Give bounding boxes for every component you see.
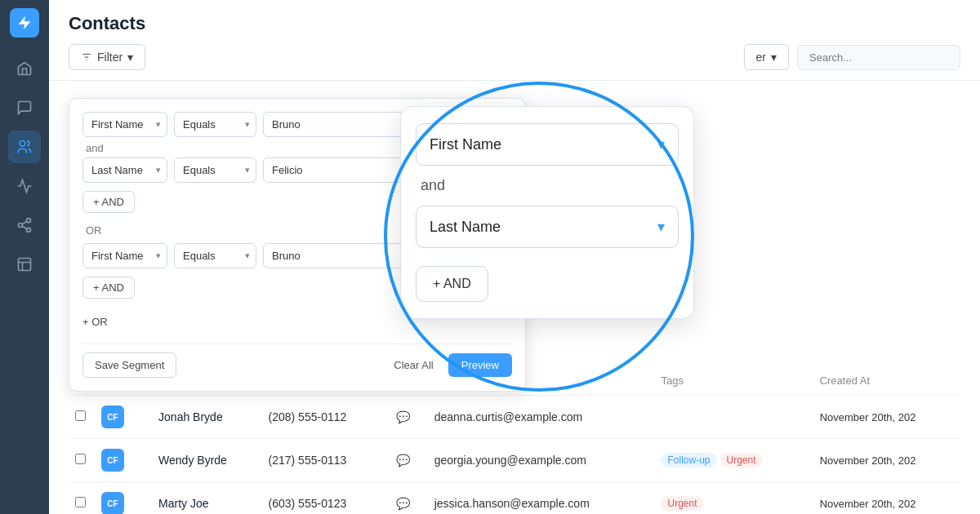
- contact-phone: (217) 555-0113: [269, 454, 347, 467]
- field-select-wrap-1[interactable]: First Name Last Name Email Phone: [82, 112, 167, 137]
- operator-select-wrap-1[interactable]: Equals Contains Starts with: [174, 112, 256, 137]
- svg-line-4: [22, 226, 27, 228]
- chat-bubble-icon[interactable]: 💬: [396, 454, 410, 467]
- page-title: Contacts: [69, 13, 960, 34]
- top-right-toolbar: er ▾: [744, 44, 960, 70]
- operator-select-wrap-3[interactable]: Equals Contains Starts with: [174, 243, 256, 268]
- svg-rect-6: [19, 259, 31, 271]
- contact-phone: (208) 555-0112: [269, 410, 347, 423]
- row-name-cell: Wendy Byrde: [152, 439, 261, 482]
- row-avatar-cell: CF: [95, 482, 152, 515]
- contact-name: Wendy Byrde: [158, 454, 227, 467]
- sort-label: er: [756, 51, 766, 64]
- svg-point-2: [19, 224, 23, 228]
- row-email-cell: georgia.young@example.com: [428, 439, 655, 482]
- sidebar-item-home[interactable]: [8, 52, 41, 85]
- row-phone-cell: (208) 555-0112: [262, 396, 385, 439]
- sidebar-item-messages[interactable]: [8, 91, 41, 124]
- sidebar: [0, 0, 49, 514]
- row-chat-cell: 💬: [385, 396, 428, 439]
- row-email-cell: jessica.hanson@example.com: [428, 482, 655, 515]
- field-select-3[interactable]: First Name Last Name Email Phone: [82, 243, 167, 268]
- contact-email: jessica.hanson@example.com: [434, 497, 590, 510]
- operator-select-2[interactable]: Equals Contains Starts with: [174, 157, 256, 183]
- row-checkbox-cell: [69, 482, 95, 515]
- operator-select-wrap-2[interactable]: Equals Contains Starts with: [174, 157, 256, 183]
- row-avatar-cell: CF: [95, 396, 152, 439]
- save-segment-button[interactable]: Save Segment: [82, 352, 176, 378]
- contact-email: deanna.curtis@example.com: [434, 410, 583, 423]
- contact-name: Jonah Bryde: [158, 410, 223, 423]
- field-select-1[interactable]: First Name Last Name Email Phone: [82, 112, 167, 137]
- sidebar-item-contacts[interactable]: [8, 131, 41, 163]
- contact-email: georgia.young@example.com: [434, 454, 586, 467]
- row-checkbox-2[interactable]: [75, 497, 86, 507]
- col-created: Created At: [813, 366, 960, 396]
- contact-avatar: CF: [101, 492, 124, 514]
- row-checkbox-1[interactable]: [75, 454, 86, 464]
- row-name-cell: Marty Joe: [152, 482, 261, 515]
- contact-date: November 20th, 202: [820, 454, 916, 467]
- zoom-add-and-label: + AND: [433, 277, 471, 291]
- add-or-label: + OR: [82, 316, 108, 328]
- sidebar-item-campaigns[interactable]: [8, 170, 41, 202]
- tag-badge: Urgent: [661, 496, 703, 511]
- clear-all-label: Clear All: [394, 359, 433, 371]
- row-phone-cell: (603) 555-0123: [262, 482, 385, 515]
- row-chat-cell: 💬: [385, 482, 428, 515]
- zoom-panel: First Name ▾ and Last Name ▾ + AND: [400, 106, 694, 319]
- tag-badge: Urgent: [720, 453, 763, 467]
- search-input[interactable]: [797, 45, 960, 70]
- operator-select-3[interactable]: Equals Contains Starts with: [174, 243, 256, 268]
- row-checkbox-cell: [69, 439, 95, 482]
- preview-label: Preview: [461, 359, 499, 371]
- chat-bubble-icon[interactable]: 💬: [396, 497, 410, 510]
- add-and-label-2: + AND: [93, 281, 124, 294]
- row-tags-cell: Follow-upUrgent: [654, 439, 813, 482]
- table-row: CF Jonah Bryde (208) 555-0112 💬 deanna.c…: [69, 396, 960, 439]
- contact-avatar: CF: [101, 449, 124, 472]
- zoom-field1-dropdown[interactable]: First Name ▾: [416, 123, 679, 166]
- row-avatar-cell: CF: [95, 439, 152, 482]
- preview-button[interactable]: Preview: [448, 353, 512, 377]
- zoom-field2-chevron: ▾: [657, 218, 665, 236]
- zoom-add-and-button[interactable]: + AND: [416, 266, 488, 302]
- svg-point-3: [27, 228, 31, 232]
- field-select-2[interactable]: Last Name First Name Email Phone: [82, 157, 167, 183]
- header: Contacts Filter ▾ er ▾: [49, 0, 980, 81]
- table-row: CF Wendy Byrde (217) 555-0113 💬 georgia.…: [69, 439, 960, 482]
- svg-point-0: [20, 141, 25, 147]
- zoom-field1-chevron: ▾: [657, 135, 665, 153]
- field-select-wrap-3[interactable]: First Name Last Name Email Phone: [82, 243, 167, 268]
- add-or-button[interactable]: + OR: [82, 312, 108, 332]
- sort-chevron: ▾: [771, 51, 777, 64]
- add-and-button-2[interactable]: + AND: [82, 277, 135, 299]
- table-row: CF Marty Joe (603) 555-0123 💬 jessica.ha…: [69, 482, 960, 515]
- row-date-cell: November 20th, 202: [813, 482, 960, 515]
- app-logo: [10, 8, 39, 38]
- filter-label: Filter: [97, 51, 122, 64]
- header-toolbar: Filter ▾ er ▾: [69, 44, 960, 80]
- add-and-button-1[interactable]: + AND: [82, 191, 135, 213]
- save-segment-label: Save Segment: [95, 359, 164, 371]
- sidebar-item-reports[interactable]: [8, 248, 41, 281]
- contact-date: November 20th, 202: [820, 498, 916, 510]
- field-select-wrap-2[interactable]: Last Name First Name Email Phone: [82, 157, 167, 183]
- contact-name: Marty Joe: [158, 497, 208, 510]
- row-checkbox-0[interactable]: [75, 410, 86, 421]
- filter-button[interactable]: Filter ▾: [69, 44, 145, 70]
- operator-select-1[interactable]: Equals Contains Starts with: [174, 112, 256, 137]
- row-date-cell: November 20th, 202: [813, 439, 960, 482]
- sidebar-item-share[interactable]: [8, 209, 41, 241]
- sort-button[interactable]: er ▾: [744, 44, 789, 70]
- contact-phone: (603) 555-0123: [269, 497, 347, 510]
- row-email-cell: deanna.curtis@example.com: [428, 396, 655, 439]
- svg-line-5: [22, 221, 27, 224]
- filter-icon: [81, 51, 92, 63]
- row-tags-cell: [654, 396, 813, 439]
- add-and-label-1: + AND: [93, 196, 124, 208]
- row-tags-cell: Urgent: [654, 482, 813, 515]
- clear-all-button[interactable]: Clear All: [385, 353, 441, 377]
- zoom-field2-dropdown[interactable]: Last Name ▾: [416, 206, 679, 248]
- chat-bubble-icon[interactable]: 💬: [396, 410, 410, 423]
